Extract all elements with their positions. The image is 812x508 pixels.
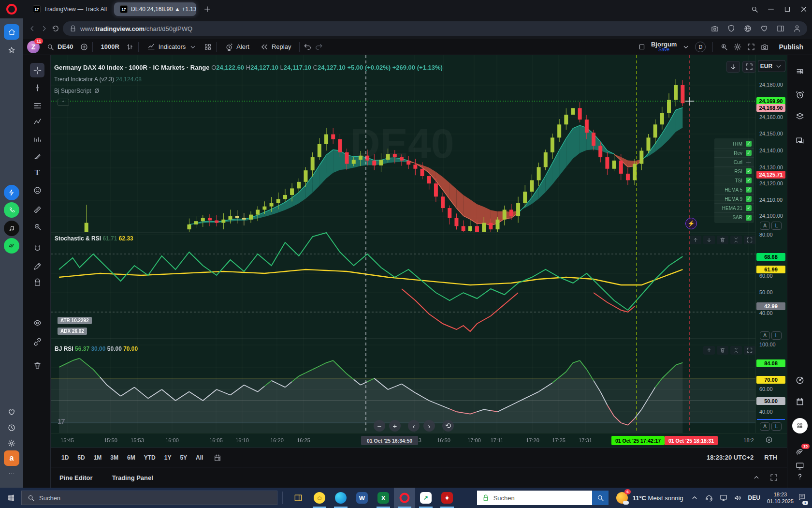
- session-toggle[interactable]: RTH: [764, 454, 777, 461]
- indicator-checkbox[interactable]: ✓: [746, 187, 752, 193]
- time-axis[interactable]: 15:4515:5015:5316:0016:0516:1016:2016:25…: [51, 433, 787, 448]
- tool-fib-icon[interactable]: [30, 98, 44, 113]
- axis-settings-icon[interactable]: [765, 435, 773, 444]
- reading-panels-icon[interactable]: [776, 24, 785, 33]
- favorites-star-icon[interactable]: [4, 43, 19, 58]
- back-icon[interactable]: [28, 24, 37, 33]
- chart-nav-button[interactable]: −: [374, 420, 385, 432]
- indicator-checkbox[interactable]: ✓: [746, 196, 752, 202]
- cloud-save-button[interactable]: Bjorgum Save: [651, 41, 677, 52]
- replay-button[interactable]: Replay: [256, 40, 295, 54]
- chart-nav-button[interactable]: +: [389, 420, 401, 432]
- chevron-down-icon[interactable]: [682, 43, 690, 51]
- chat-icon[interactable]: [793, 134, 807, 148]
- watchlist-icon[interactable]: [793, 65, 807, 79]
- indicator-checkbox[interactable]: ✓: [746, 150, 752, 156]
- calendar-icon[interactable]: [793, 395, 807, 408]
- panel-maximize-icon[interactable]: [769, 473, 778, 482]
- quick-interval-badge[interactable]: D: [695, 42, 706, 52]
- tool-pencil-icon[interactable]: [30, 259, 44, 273]
- sidebar-more-icon[interactable]: [4, 466, 19, 481]
- system-clock[interactable]: 18:2301.10.2025: [767, 491, 794, 505]
- taskbar-app-edge[interactable]: [330, 488, 351, 508]
- redo-icon[interactable]: [314, 43, 323, 51]
- interval-button[interactable]: 1000R: [97, 40, 124, 54]
- range-1m[interactable]: 1M: [90, 452, 106, 463]
- pane-up-icon[interactable]: [690, 236, 701, 244]
- indicator-row-hema21[interactable]: HEMA 21✓: [714, 204, 754, 213]
- range-3m[interactable]: 3M: [106, 452, 122, 463]
- indicator-row-tsi[interactable]: TSI✓: [714, 176, 754, 185]
- bar-style-icon[interactable]: [126, 43, 134, 51]
- reset-view-button[interactable]: [742, 61, 755, 73]
- tray-overflow-icon[interactable]: [690, 493, 699, 502]
- settings-gear-icon[interactable]: [733, 43, 742, 51]
- pane-collapse-icon[interactable]: [730, 236, 742, 244]
- chart-canvas[interactable]: [51, 55, 755, 433]
- auto-scale-button[interactable]: A: [760, 422, 770, 431]
- tool-link-icon[interactable]: [30, 334, 44, 349]
- browser-page-search[interactable]: Suchen: [477, 491, 592, 505]
- taskbar-app-redapp[interactable]: ✦: [436, 488, 458, 508]
- opera-menu-icon[interactable]: [6, 3, 17, 15]
- object-tree-icon[interactable]: [793, 110, 807, 123]
- main-auto-log-buttons[interactable]: AL: [760, 222, 782, 230]
- sidebar-heart-icon[interactable]: [4, 404, 19, 420]
- weather-widget[interactable]: 6: [616, 492, 628, 504]
- indicator-checkbox[interactable]: ✓: [746, 205, 752, 211]
- tray-volume-icon[interactable]: [734, 493, 742, 502]
- auto-scale-button[interactable]: A: [760, 331, 770, 340]
- chart-pane[interactable]: Germany DAX 40 Index · 1000R · IC Market…: [51, 55, 755, 433]
- pane-down-icon[interactable]: [703, 236, 715, 244]
- trading-panel-tab[interactable]: Trading Panel: [112, 474, 153, 481]
- forward-icon[interactable]: [40, 24, 48, 33]
- pane-up-icon[interactable]: [703, 346, 715, 355]
- price-scale[interactable]: EUR 24,180.0024,160.0024,150.0024,140.00…: [755, 55, 787, 433]
- history-icon[interactable]: [4, 420, 19, 435]
- indicator-row-hema9[interactable]: HEMA 9✓: [714, 194, 754, 204]
- avatar[interactable]: Z11: [27, 41, 40, 53]
- fullscreen-icon[interactable]: [747, 43, 755, 51]
- tool-magnet-icon[interactable]: [30, 241, 44, 255]
- taskbar-app-emoji[interactable]: ☺: [309, 488, 330, 508]
- home-icon[interactable]: [4, 24, 19, 40]
- window-search-icon[interactable]: [746, 2, 763, 16]
- messenger-icon[interactable]: [4, 185, 19, 200]
- tool-lock-icon[interactable]: [30, 275, 44, 289]
- keyboard-language[interactable]: DEU: [748, 494, 760, 501]
- tool-trash-icon[interactable]: [30, 358, 44, 373]
- range-1d[interactable]: 1D: [58, 452, 72, 463]
- log-scale-button[interactable]: L: [771, 222, 782, 230]
- adblock-shield-icon[interactable]: [727, 24, 736, 33]
- pane-trash-icon[interactable]: [717, 236, 728, 244]
- alerts-icon[interactable]: [793, 88, 807, 102]
- publish-button[interactable]: Publish: [774, 43, 808, 51]
- indicator-checkbox[interactable]: ✓: [746, 215, 752, 221]
- range-5d[interactable]: 5D: [73, 452, 88, 463]
- new-tab-icon[interactable]: [203, 5, 212, 14]
- window-close-icon[interactable]: [796, 2, 812, 16]
- tool-forecast-icon[interactable]: [30, 132, 44, 146]
- indicator-row-rev[interactable]: Rev✓: [714, 149, 754, 158]
- log-scale-button[interactable]: L: [771, 331, 782, 340]
- layout-templates-icon[interactable]: [203, 43, 212, 51]
- taskbar-app-opera[interactable]: [394, 488, 415, 508]
- taskbar-app-excel[interactable]: X: [373, 488, 394, 508]
- tool-zoomin-icon[interactable]: [30, 219, 44, 234]
- taskbar-app-word[interactable]: W: [351, 488, 373, 508]
- pane-maximize-icon[interactable]: [744, 346, 755, 355]
- whatsapp-icon[interactable]: [4, 202, 19, 218]
- chart-nav-button[interactable]: ⟲: [442, 420, 454, 432]
- range-1y[interactable]: 1Y: [160, 452, 175, 463]
- tool-eye-icon[interactable]: [30, 315, 44, 330]
- indicator-row-rsi[interactable]: RSI✓: [714, 167, 754, 176]
- alert-button[interactable]: Alert: [220, 40, 254, 54]
- symbol-legend[interactable]: Germany DAX 40 Index · 1000R · IC Market…: [54, 64, 443, 71]
- range-all[interactable]: All: [192, 452, 207, 463]
- range-ytd[interactable]: YTD: [140, 452, 160, 463]
- pane-trash-icon[interactable]: [717, 346, 728, 355]
- indicator-checkbox[interactable]: ✓: [746, 168, 752, 174]
- tray-network-icon[interactable]: [719, 493, 728, 502]
- compare-add-icon[interactable]: [80, 43, 88, 51]
- window-minimize-icon[interactable]: [763, 2, 779, 16]
